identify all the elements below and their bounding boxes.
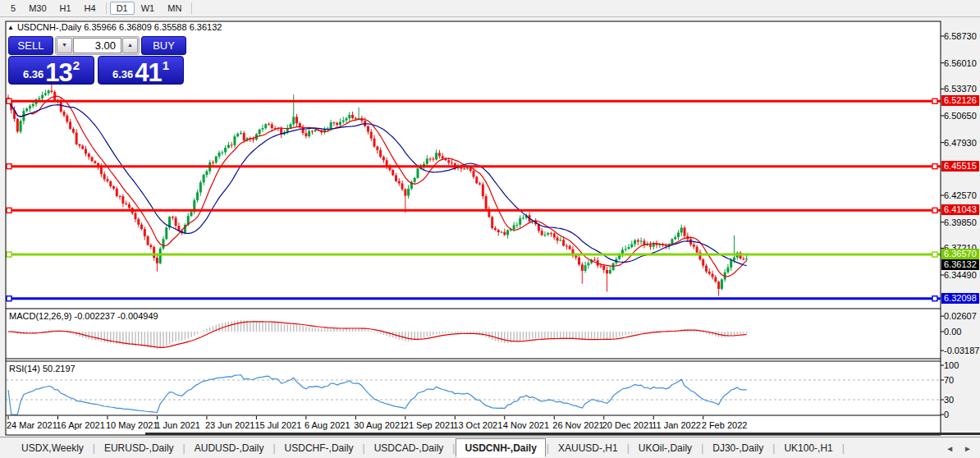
price-axis-tick: 6.53370 <box>944 84 977 94</box>
price-axis-tick: 6.39850 <box>944 218 977 227</box>
price-axis-tick: 6.47930 <box>944 138 977 148</box>
chart-tab-usdx-weekly[interactable]: USDX,Weekly <box>13 440 92 456</box>
chart-title: ▲USDCNH-,Daily 6.35966 6.36809 6.35588 6… <box>7 22 222 32</box>
tab-separator: | <box>183 442 185 454</box>
chart-title-text: USDCNH-,Daily 6.35966 6.36809 6.35588 6.… <box>17 22 222 32</box>
rsi-axis-label: 100 <box>944 360 959 370</box>
buy-price-big: 41 <box>135 62 161 84</box>
current-price-badge: 6.36132 <box>941 259 979 270</box>
price-axis-tick: 6.42570 <box>944 190 977 200</box>
rsi-label: RSI(14) 50.2197 <box>9 364 76 373</box>
tab-separator: | <box>842 442 845 454</box>
price-level-badge: 6.52126 <box>941 95 979 106</box>
chart-tab-eurusd-daily[interactable]: EURUSD-,Daily <box>96 440 182 456</box>
tab-scroll-right-icon[interactable]: ► <box>964 444 972 453</box>
rsi-axis-label: 70 <box>944 375 954 385</box>
sell-price-box[interactable]: 6.36 13 2 <box>8 56 94 85</box>
sell-price-big: 13 <box>45 62 71 84</box>
volume-increase-button[interactable]: ▲ <box>122 38 138 53</box>
price-level-badge: 6.45515 <box>941 161 979 172</box>
terminal-window: 5M30H1H4D1W1MN ▲USDCNH-,Daily 6.35966 6.… <box>0 0 980 458</box>
price-axis-tick: 6.34490 <box>944 270 977 280</box>
chart-tab-dj30-daily[interactable]: DJ30-,Daily <box>704 440 772 456</box>
chart-tab-usdcnh-daily[interactable]: USDCNH-,Daily <box>456 438 545 457</box>
price-axis[interactable]: 6.587306.560106.533706.506506.479306.425… <box>944 16 980 437</box>
tab-separator: | <box>272 442 275 454</box>
toolbar-separator <box>191 2 192 14</box>
chart-tab-ukoil-daily[interactable]: UKOil-,Daily <box>630 440 700 456</box>
buy-price-box[interactable]: 6.36 41 1 <box>98 56 184 85</box>
timeframe-button-H1[interactable]: H1 <box>53 2 78 15</box>
price-axis-tick: 6.56010 <box>944 58 977 68</box>
tab-separator: | <box>627 442 630 454</box>
chart-tab-usdcad-daily[interactable]: USDCAD-,Daily <box>366 440 452 456</box>
tab-separator: | <box>547 442 549 454</box>
chart-tab-xauusd-h1[interactable]: XAUUSD-,H1 <box>550 440 626 456</box>
rsi-axis-label: 30 <box>944 395 954 405</box>
buy-price-sup: 1 <box>163 58 169 72</box>
price-axis-tick: 6.50650 <box>944 111 977 121</box>
macd-axis-label: -0.031872 <box>944 346 980 355</box>
one-click-trading-panel: SELL ▼ 3.00 ▲ BUY 6.36 13 2 6.36 41 1 <box>8 36 186 85</box>
timeframe-button-MN[interactable]: MN <box>161 2 188 15</box>
sell-price-sup: 2 <box>73 58 80 72</box>
timeframe-button-M30[interactable]: M30 <box>22 2 53 15</box>
toolbar-separator <box>106 2 107 14</box>
rsi-axis-label: 0 <box>944 410 949 419</box>
timeframe-button-H4[interactable]: H4 <box>78 2 103 15</box>
chart-tab-uk100-h1[interactable]: UK100-,H1 <box>776 440 840 456</box>
price-level-badge: 6.32098 <box>941 293 979 304</box>
buy-button[interactable]: BUY <box>141 36 186 55</box>
timeframe-toolbar: 5M30H1H4D1W1MN <box>0 0 980 17</box>
price-axis-tick: 6.58730 <box>944 31 977 41</box>
tab-separator: | <box>452 442 455 454</box>
price-level-badge: 6.41043 <box>941 204 979 215</box>
sell-price-prefix: 6.36 <box>23 68 44 80</box>
price-level-badge: 6.36570 <box>941 249 979 259</box>
macd-axis-label: 0.00 <box>944 327 961 337</box>
sell-button[interactable]: SELL <box>8 36 53 55</box>
macd-label: MACD(12,26,9) -0.002237 -0.004949 <box>9 311 158 321</box>
timeframe-button-D1[interactable]: D1 <box>110 2 135 15</box>
up-triangle-icon: ▲ <box>7 24 14 31</box>
timeframe-button-5[interactable]: 5 <box>4 2 22 15</box>
volume-decrease-button[interactable]: ▼ <box>57 38 72 53</box>
tab-scroll-left-icon[interactable]: ◄ <box>946 444 954 453</box>
volume-stepper: ▼ 3.00 ▲ <box>55 36 140 55</box>
tab-separator: | <box>363 442 365 454</box>
buy-price-prefix: 6.36 <box>112 68 133 80</box>
chart-tab-usdchf-daily[interactable]: USDCHF-,Daily <box>277 440 362 456</box>
macd-axis-label: 0.02607 <box>944 311 977 321</box>
tab-separator: | <box>701 442 703 454</box>
tab-separator: | <box>772 442 775 454</box>
chart-region: ▲USDCNH-,Daily 6.35966 6.36809 6.35588 6… <box>0 16 980 437</box>
chart-tab-audusd-daily[interactable]: AUDUSD-,Daily <box>186 440 272 456</box>
chart-tab-bar: USDX,Weekly|EURUSD-,Daily|AUDUSD-,Daily|… <box>0 437 980 458</box>
volume-field[interactable]: 3.00 <box>73 38 121 53</box>
tab-separator: | <box>93 442 95 454</box>
timeframe-button-W1[interactable]: W1 <box>135 2 162 15</box>
